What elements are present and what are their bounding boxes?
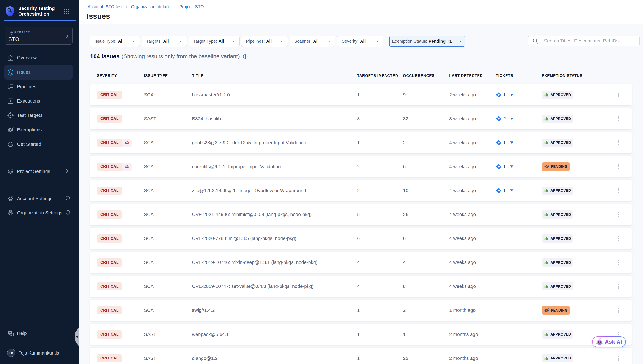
svg-text:?: ?	[9, 332, 11, 334]
